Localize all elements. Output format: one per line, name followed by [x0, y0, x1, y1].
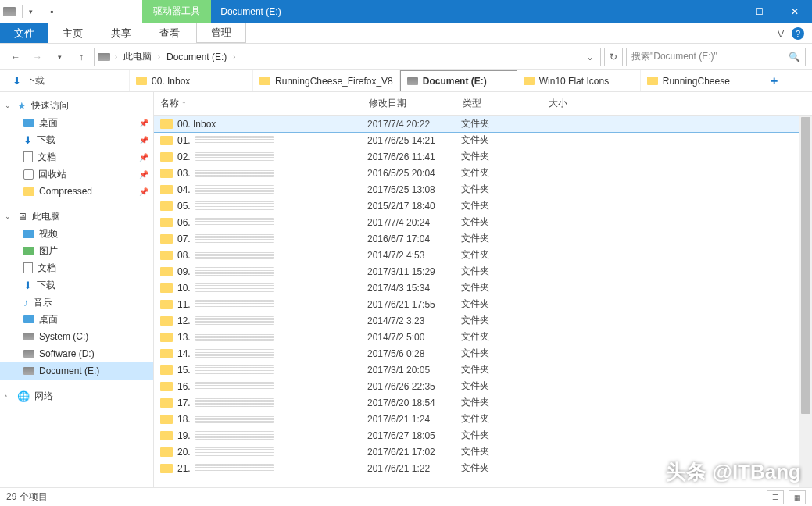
pin-icon: 📌 [139, 136, 148, 144]
tree-quick-access[interactable]: ⌄★快速访问 [0, 97, 153, 114]
tree-this-pc[interactable]: ⌄🖥此电脑 [0, 208, 153, 225]
qat-dropdown-icon[interactable]: ▾ [29, 8, 33, 16]
share-tab[interactable]: 共享 [97, 23, 145, 43]
help-icon[interactable]: ? [792, 27, 804, 40]
file-row[interactable]: 05.2015/2/17 18:40文件夹 [154, 198, 799, 214]
file-row[interactable]: 00. Inbox2017/7/4 20:22文件夹 [154, 116, 799, 132]
file-row[interactable]: 04.2017/5/25 13:08文件夹 [154, 181, 799, 198]
vertical-scrollbar[interactable] [799, 116, 812, 487]
file-row[interactable]: 09.2017/3/11 15:29文件夹 [154, 263, 799, 280]
tree-network[interactable]: ›🌐网络 [0, 387, 153, 404]
tree-documents[interactable]: 文档📌 [0, 148, 153, 166]
file-row[interactable]: 13.2014/7/2 5:00文件夹 [154, 329, 799, 345]
breadcrumb-segment[interactable]: 此电脑 [122, 50, 153, 63]
tree-pictures[interactable]: 图片 [0, 242, 153, 259]
column-date[interactable]: 修改日期 [363, 97, 456, 110]
address-dropdown-icon[interactable]: ⌄ [583, 52, 597, 62]
chevron-right-icon[interactable]: › [231, 53, 237, 61]
tree-system-c[interactable]: System (C:) [0, 328, 153, 345]
column-size[interactable]: 大小 [542, 97, 605, 110]
file-type: 文件夹 [461, 445, 547, 458]
blurred-text [195, 201, 274, 210]
breadcrumb-segment[interactable]: Document (E:) [165, 52, 228, 62]
file-type: 文件夹 [461, 412, 547, 426]
file-row[interactable]: 20.2017/6/21 17:02文件夹 [154, 444, 799, 460]
chevron-right-icon[interactable]: › [156, 53, 162, 61]
forward-button[interactable]: → [28, 48, 47, 66]
tree-recycle[interactable]: 回收站📌 [0, 166, 153, 183]
file-row[interactable]: 07.2016/6/7 17:04文件夹 [154, 230, 799, 247]
file-row[interactable]: 12.2014/7/2 3:23文件夹 [154, 312, 799, 329]
file-row[interactable]: 21.2017/6/21 1:22文件夹 [154, 460, 799, 476]
tree-downloads[interactable]: ⬇下载📌 [0, 131, 153, 148]
file-row[interactable]: 06.2017/7/4 20:24文件夹 [154, 214, 799, 230]
file-row[interactable]: 18.2017/6/21 1:24文件夹 [154, 411, 799, 427]
file-name: 20. [177, 447, 367, 458]
close-button[interactable]: ✕ [777, 0, 812, 23]
file-list[interactable]: 00. Inbox2017/7/4 20:22文件夹01.2017/6/25 1… [154, 116, 799, 487]
home-tab[interactable]: 主页 [48, 23, 97, 43]
file-row[interactable]: 02.2017/6/26 11:41文件夹 [154, 148, 799, 165]
recent-dropdown-icon[interactable]: ▾ [50, 48, 69, 66]
location-tab[interactable]: RunningCheese [641, 70, 764, 91]
add-tab-button[interactable]: + [764, 70, 785, 91]
tree-compressed[interactable]: Compressed📌 [0, 183, 153, 200]
column-type[interactable]: 类型 [456, 97, 542, 110]
tree-music[interactable]: ♪音乐 [0, 294, 153, 311]
file-row[interactable]: 19.2017/6/27 18:05文件夹 [154, 427, 799, 444]
file-name: 12. [177, 315, 367, 326]
file-row[interactable]: 10.2017/4/3 15:34文件夹 [154, 280, 799, 296]
maximize-button[interactable]: ☐ [742, 0, 777, 23]
chevron-right-icon[interactable]: › [113, 53, 119, 61]
file-name: 04. [177, 184, 367, 195]
search-input[interactable]: 搜索"Document (E:)" 🔍 [626, 48, 806, 66]
search-placeholder: 搜索"Document (E:)" [631, 50, 717, 63]
blurred-text [195, 185, 274, 194]
back-button[interactable]: ← [6, 48, 25, 66]
navigation-tree[interactable]: ⌄★快速访问 桌面📌 ⬇下载📌 文档📌 回收站📌 Compressed📌 ⌄🖥此… [0, 92, 154, 487]
tree-docs[interactable]: 文档 [0, 259, 153, 276]
scrollbar-thumb[interactable] [801, 117, 810, 414]
tree-desktop2[interactable]: 桌面 [0, 311, 153, 328]
file-row[interactable]: 16.2017/6/26 22:35文件夹 [154, 378, 799, 394]
file-date: 2017/6/21 1:22 [367, 463, 461, 474]
address-bar[interactable]: › 此电脑 › Document (E:) › ⌄ [94, 48, 601, 66]
file-type: 文件夹 [461, 380, 547, 393]
file-row[interactable]: 11.2017/6/21 17:55文件夹 [154, 296, 799, 312]
file-row[interactable]: 15.2017/3/1 20:05文件夹 [154, 362, 799, 378]
location-tab[interactable]: ⬇下载 [6, 70, 130, 91]
location-tab[interactable]: RunningCheese_Firefox_V8 [253, 70, 400, 91]
refresh-button[interactable]: ↻ [604, 48, 623, 66]
location-tab[interactable]: 00. Inbox [130, 70, 253, 91]
file-row[interactable]: 01.2017/6/25 14:21文件夹 [154, 132, 799, 148]
manage-tab[interactable]: 管理 [196, 23, 246, 43]
blurred-text [195, 447, 274, 456]
file-row[interactable]: 14.2017/5/6 0:28文件夹 [154, 345, 799, 362]
file-type: 文件夹 [461, 363, 547, 376]
minimize-button[interactable]: ─ [706, 0, 742, 23]
blurred-text [195, 136, 274, 144]
column-name[interactable]: 名称 ⌃ [154, 97, 363, 110]
file-tab[interactable]: 文件 [0, 23, 48, 43]
up-button[interactable]: ↑ [72, 48, 91, 66]
tree-document-e[interactable]: Document (E:) [0, 362, 153, 380]
tree-label: 图片 [39, 244, 58, 258]
ribbon-collapse-icon[interactable]: ⋁ [778, 29, 784, 37]
search-icon[interactable]: 🔍 [789, 52, 800, 62]
location-tab[interactable]: Win10 Flat Icons [517, 70, 641, 91]
contextual-tool-tab[interactable]: 驱动器工具 [142, 0, 211, 23]
file-row[interactable]: 03.2016/5/25 20:04文件夹 [154, 165, 799, 181]
file-row[interactable]: 08.2014/7/2 4:53文件夹 [154, 247, 799, 263]
tree-desktop[interactable]: 桌面📌 [0, 114, 153, 131]
details-view-button[interactable]: ☰ [767, 490, 784, 504]
file-row[interactable]: 17.2017/6/20 18:54文件夹 [154, 394, 799, 411]
blurred-text [195, 382, 274, 390]
tree-software-d[interactable]: Software (D:) [0, 345, 153, 362]
tree-downloads2[interactable]: ⬇下载 [0, 276, 153, 294]
icons-view-button[interactable]: ▦ [789, 490, 806, 504]
tree-video[interactable]: 视频 [0, 225, 153, 242]
blurred-text [195, 251, 274, 259]
location-tab[interactable]: Document (E:) [400, 70, 517, 91]
file-type: 文件夹 [461, 183, 547, 196]
view-tab[interactable]: 查看 [145, 23, 194, 43]
